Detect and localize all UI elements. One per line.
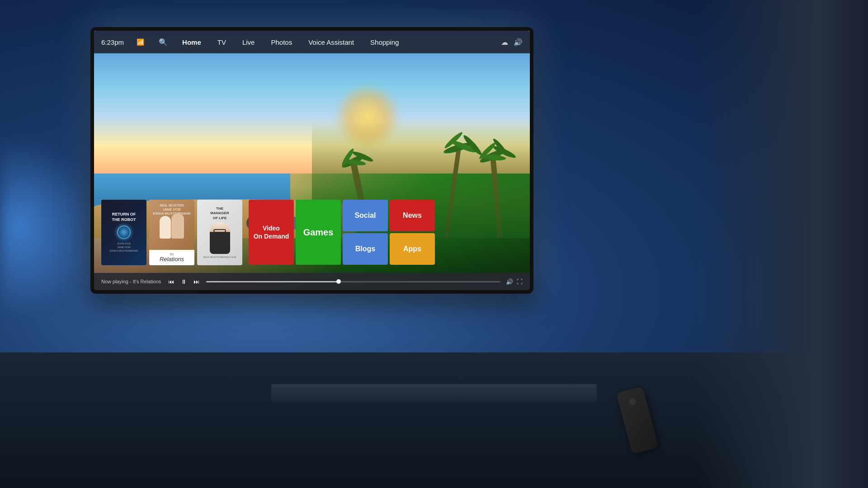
movie-title-1: RETURN OFTHE ROBOT: [112, 212, 136, 222]
player-bar: Now playing - It's Relations ⏮ ⏸ ⏭ 🔊 ⛶: [94, 273, 530, 290]
tile-label-news: News: [403, 211, 422, 220]
pause-button[interactable]: ⏸: [179, 278, 188, 285]
tile-games[interactable]: Games: [296, 200, 341, 265]
player-right: 🔊 ⛶: [506, 278, 523, 285]
fast-forward-button[interactable]: ⏭: [192, 278, 201, 285]
tv-stand: [271, 384, 597, 402]
ambient-glow: [0, 136, 90, 316]
nav-bar: Home TV Live Photos Voice Assistant Shop…: [179, 37, 490, 48]
nav-item-shopping[interactable]: Shopping: [367, 37, 402, 48]
expand-icon[interactable]: ⛶: [517, 278, 523, 285]
tv-screen: 6:23pm 📶 🔍 Home TV Live Photos Voice Ass…: [94, 31, 530, 290]
movie-card-manager-of-life[interactable]: THEMANAGEROF LIFE MAX MUSTERMANN FILM: [197, 200, 242, 265]
movie-cast-1: JOHN DOEJANE DOEERIKA MUSTERMANN: [110, 242, 138, 253]
movie-cards: RETURN OFTHE ROBOT JOHN DOEJANE DOEERIKA…: [101, 200, 242, 272]
tile-label-blogs: Blogs: [355, 245, 375, 253]
top-bar-right: ☁ 🔊: [501, 38, 523, 47]
movie-card-top-2: NEIL MUSTERJANE DOEERIKA MUSTERMANN: [149, 200, 194, 250]
movie-card-return-of-the-robot[interactable]: RETURN OFTHE ROBOT JOHN DOEJANE DOEERIKA…: [101, 200, 146, 265]
tile-label-video: VideoOn Demand: [254, 224, 289, 240]
volume-icon[interactable]: 🔊: [514, 38, 523, 47]
tile-apps[interactable]: Apps: [390, 233, 435, 265]
player-volume-icon[interactable]: 🔊: [506, 278, 513, 285]
person-right: [171, 214, 184, 239]
tile-video-on-demand[interactable]: VideoOn Demand: [249, 200, 294, 265]
tile-social[interactable]: Social: [343, 200, 388, 231]
nav-item-live[interactable]: Live: [239, 37, 259, 48]
tile-label-social: Social: [354, 211, 376, 220]
now-playing-text: Now playing - It's Relations: [101, 279, 161, 284]
progress-dot: [336, 279, 341, 284]
movie-title-2: Relations: [152, 256, 192, 263]
top-bar: 6:23pm 📶 🔍 Home TV Live Photos Voice Ass…: [94, 31, 530, 53]
couple-image: [156, 211, 188, 239]
tv-frame: 6:23pm 📶 🔍 Home TV Live Photos Voice Ass…: [90, 27, 533, 294]
rewind-button[interactable]: ⏮: [166, 278, 175, 285]
search-icon[interactable]: 🔍: [159, 38, 168, 47]
tile-label-games: Games: [303, 227, 334, 238]
movie-title-3: THEMANAGEROF LIFE: [210, 206, 229, 221]
tile-label-apps: Apps: [403, 245, 421, 253]
nav-item-tv[interactable]: TV: [214, 37, 230, 48]
grid-tiles: VideoOn Demand Social Games News Blogs: [249, 200, 435, 272]
person-silhouette: [696, 0, 868, 488]
movie-director-3: MAX MUSTERMANN FILM: [203, 256, 236, 258]
progress-fill: [206, 281, 339, 282]
movie-card-bottom-2: It's Relations: [149, 250, 194, 265]
movie-subtitle-2: It's: [152, 253, 192, 256]
player-controls: ⏮ ⏸ ⏭: [166, 278, 201, 285]
nav-item-photos[interactable]: Photos: [267, 37, 296, 48]
wifi-icon: 📶: [137, 38, 144, 46]
progress-bar[interactable]: [206, 281, 500, 282]
nav-item-voice-assistant[interactable]: Voice Assistant: [305, 37, 358, 48]
content-area: RETURN OFTHE ROBOT JOHN DOEJANE DOEERIKA…: [94, 200, 530, 272]
tile-blogs[interactable]: Blogs: [343, 233, 388, 265]
time-display: 6:23pm: [101, 38, 124, 46]
robot-eye-graphic: [117, 225, 131, 239]
cloud-icon: ☁: [501, 38, 508, 47]
person-left: [160, 216, 171, 239]
tile-news[interactable]: News: [390, 200, 435, 231]
man-figure: [210, 222, 230, 254]
glasses: [213, 229, 226, 233]
nav-item-home[interactable]: Home: [179, 37, 205, 48]
movie-card-relations[interactable]: NEIL MUSTERJANE DOEERIKA MUSTERMANN It's…: [149, 200, 194, 265]
